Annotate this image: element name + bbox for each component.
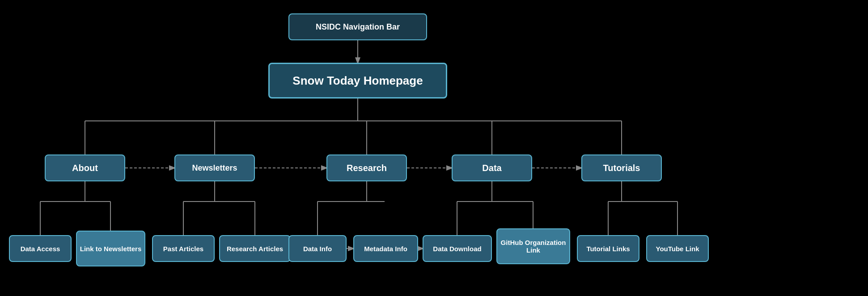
tutorials-node: Tutorials [581,154,662,181]
tutorial-links-label: Tutorial Links [586,245,630,253]
metadata-info-label: Metadata Info [364,245,407,253]
newsletters-label: Newsletters [192,163,237,173]
github-label: GitHub Organization Link [497,239,569,254]
homepage-label: Snow Today Homepage [292,74,423,88]
data-info-node: Data Info [288,235,347,262]
newsletters-node: Newsletters [174,154,255,181]
youtube-label: YouTube Link [656,245,699,253]
nsidc-label: NSIDC Navigation Bar [316,22,400,32]
research-node: Research [326,154,407,181]
link-newsletters-label: Link to Newsletters [80,245,142,253]
site-map-diagram: NSIDC Navigation Bar Snow Today Homepage… [0,0,868,296]
research-articles-node: Research Articles [219,235,291,262]
about-label: About [72,163,98,173]
homepage-node: Snow Today Homepage [268,63,447,99]
data-access-label: Data Access [21,245,60,253]
data-label: Data [482,163,501,173]
link-newsletters-node: Link to Newsletters [76,231,145,266]
tutorial-links-node: Tutorial Links [577,235,639,262]
past-articles-label: Past Articles [163,245,203,253]
tutorials-label: Tutorials [603,163,640,173]
research-articles-label: Research Articles [227,245,283,253]
research-label: Research [347,163,387,173]
youtube-node: YouTube Link [646,235,709,262]
about-node: About [45,154,125,181]
data-node: Data [452,154,532,181]
metadata-info-node: Metadata Info [353,235,418,262]
data-download-label: Data Download [433,245,481,253]
data-info-label: Data Info [303,245,332,253]
past-articles-node: Past Articles [152,235,215,262]
data-access-node: Data Access [9,235,72,262]
nsidc-node: NSIDC Navigation Bar [288,13,427,40]
data-download-node: Data Download [423,235,492,262]
github-node: GitHub Organization Link [496,228,570,264]
